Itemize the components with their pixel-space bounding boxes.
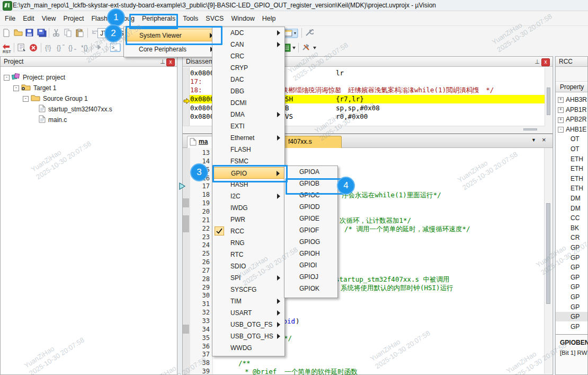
menu-item-exti[interactable]: EXTI	[212, 120, 284, 132]
rcc-group-apb2r[interactable]: +APB2R	[558, 115, 586, 124]
load-icon[interactable]	[17, 43, 27, 53]
project-tree-item[interactable]: main.c	[39, 115, 67, 125]
menubar-item-tools[interactable]: Tools	[179, 13, 202, 24]
tree-expander-icon[interactable]: +	[558, 117, 564, 123]
menu-item-gpioa[interactable]: GPIOA	[284, 166, 337, 178]
project-tree-item[interactable]: startup_stm32f407xx.s	[39, 104, 112, 114]
menu-item-dcmi[interactable]: DCMI	[212, 97, 284, 109]
menu-item-gpiog[interactable]: GPIOG	[284, 236, 337, 248]
rcc-group-ahb1e[interactable]: -AHB1E	[558, 125, 586, 134]
menu-item-sdio[interactable]: SDIO	[212, 260, 284, 272]
rcc-register-row[interactable]: GP	[556, 282, 587, 292]
command-window-icon[interactable]: >_	[110, 43, 120, 53]
rcc-group-apb1r[interactable]: +APB1R	[558, 105, 586, 115]
copy-icon[interactable]	[64, 29, 74, 38]
rcc-register-row[interactable]: ETH	[556, 164, 587, 173]
menu-item-adc[interactable]: ADC	[212, 27, 284, 39]
rcc-register-row[interactable]: DM	[556, 194, 587, 203]
menu-item-wwdg[interactable]: WWDG	[212, 342, 284, 354]
project-tree-item[interactable]: -Target 1	[13, 83, 56, 93]
menu-item-usb_otg_hs[interactable]: USB_OTG_HS	[212, 330, 284, 342]
menu-item-cryp[interactable]: CRYP	[212, 62, 284, 74]
rcc-register-row[interactable]: GP	[556, 273, 587, 282]
rcc-register-row[interactable]: DM	[556, 204, 587, 213]
brace-step-over-icon[interactable]: {}	[56, 43, 66, 53]
rcc-register-row[interactable]: GP	[556, 263, 587, 272]
open-icon[interactable]	[14, 29, 23, 38]
rcc-register-row[interactable]: ETH	[556, 174, 587, 184]
save-icon[interactable]	[25, 29, 35, 38]
menubar-item-view[interactable]: View	[38, 13, 60, 24]
paste-icon[interactable]	[76, 29, 85, 38]
menu-item-tim[interactable]: TIM	[212, 295, 284, 307]
reset-icon[interactable]: RST	[2, 43, 12, 53]
menu-item-iwdg[interactable]: IWDG	[212, 202, 284, 214]
menu-item-gpioe[interactable]: GPIOE	[284, 213, 337, 224]
close-icon[interactable]: x	[541, 58, 550, 66]
menu-item-rtc[interactable]: RTC	[212, 249, 284, 260]
rcc-register-row[interactable]: GP	[556, 243, 587, 252]
tab-close-icon[interactable]: ×	[542, 136, 546, 144]
menu-item-i2c[interactable]: I2C	[212, 190, 284, 202]
rcc-register-row[interactable]: GP	[556, 312, 587, 321]
menu-item-gpiof[interactable]: GPIOF	[284, 224, 337, 236]
menu-item-crc[interactable]: CRC	[212, 50, 284, 62]
rcc-register-row[interactable]: OT	[556, 144, 587, 154]
menu-item-gpiok[interactable]: GPIOK	[284, 283, 337, 294]
rcc-register-row[interactable]: ETH	[556, 154, 587, 164]
menu-item-usart[interactable]: USART	[212, 307, 284, 319]
menubar-item-file[interactable]: File	[1, 13, 19, 24]
step-arrow-icon[interactable]	[95, 43, 104, 53]
rcc-group-ahb3r[interactable]: +AHB3R	[558, 95, 587, 104]
menu-item-ethernet[interactable]: Ethernet	[212, 132, 284, 144]
menu-item-pwr[interactable]: PWR	[212, 214, 284, 225]
rcc-register-row[interactable]: OT	[556, 134, 587, 144]
vertical-splitter-left[interactable]	[177, 56, 182, 375]
rcc-register-row[interactable]: CC	[556, 213, 587, 223]
tree-expander-icon[interactable]: +	[558, 107, 564, 113]
tree-expander-icon[interactable]: -	[13, 85, 19, 91]
tree-expander-icon[interactable]: -	[558, 127, 564, 133]
menu-item-dac[interactable]: DAC	[212, 74, 284, 85]
menubar-item-window[interactable]: Window	[227, 13, 258, 24]
tree-expander-icon[interactable]: -	[4, 75, 10, 81]
menu-item-dma[interactable]: DMA	[212, 109, 284, 120]
pin-icon[interactable]: ⊥	[534, 58, 540, 65]
project-tree-item[interactable]: -Source Group 1	[23, 94, 88, 103]
disassembly-vscrollbar[interactable]	[545, 67, 552, 126]
stop-icon[interactable]	[29, 43, 39, 53]
brace-run-to-icon[interactable]: *{}	[79, 43, 89, 53]
tree-expander-icon[interactable]: -	[23, 96, 29, 102]
close-icon[interactable]: x	[166, 58, 175, 66]
rcc-register-row[interactable]: GP	[556, 322, 587, 332]
rcc-register-row[interactable]: BK	[556, 223, 587, 233]
rcc-register-row[interactable]: ETH	[556, 184, 587, 193]
menu-item-rng[interactable]: RNG	[212, 237, 284, 249]
rcc-register-row[interactable]: GP	[556, 292, 587, 302]
menubar-item-help[interactable]: Help	[259, 13, 280, 24]
brace-step-out-icon[interactable]: {}	[68, 43, 77, 53]
menubar-item-project[interactable]: Project	[60, 13, 88, 24]
menu-item-gpioj[interactable]: GPIOJ	[284, 271, 337, 283]
save-all-icon[interactable]	[37, 29, 47, 38]
menu-item-dbg[interactable]: DBG	[212, 85, 284, 97]
menu-item-gpioi[interactable]: GPIOI	[284, 259, 337, 271]
menu-item-usb_otg_fs[interactable]: USB_OTG_FS	[212, 319, 284, 330]
tree-expander-icon[interactable]: +	[558, 97, 564, 103]
menu-item-syscfg[interactable]: SYSCFG	[212, 284, 284, 295]
menu-item-gpiod[interactable]: GPIOD	[284, 201, 337, 213]
menu-item-rcc[interactable]: RCC	[212, 225, 284, 237]
rcc-register-row[interactable]: CR	[556, 233, 587, 242]
menubar-item-svcs[interactable]: SVCS	[202, 13, 227, 24]
configure-icon[interactable]	[305, 29, 315, 38]
project-tree-item[interactable]: -Project: project	[4, 73, 65, 82]
menu-item-gpioh[interactable]: GPIOH	[284, 248, 337, 259]
menu-item-flash[interactable]: FLASH	[212, 144, 284, 155]
menubar-item-edit[interactable]: Edit	[19, 13, 38, 24]
menu-item-spi[interactable]: SPI	[212, 272, 284, 284]
build-tools-icon[interactable]	[302, 43, 311, 53]
editor-vscrollbar[interactable]	[544, 148, 552, 374]
menu-item-can[interactable]: CAN	[212, 39, 284, 50]
rcc-register-row[interactable]: GP	[556, 253, 587, 263]
brace-step-in-icon[interactable]: {!}	[44, 43, 54, 53]
